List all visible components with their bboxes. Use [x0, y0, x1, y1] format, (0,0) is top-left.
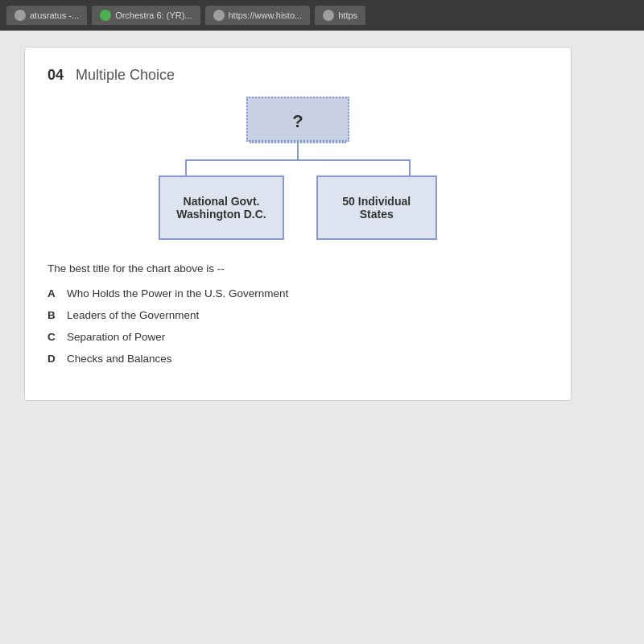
- top-box-wrapper: ?: [250, 100, 346, 143]
- answer-text-d: Checks and Balances: [67, 353, 172, 365]
- org-chart: ? National Govt.Washington D.C. 50 Indiv…: [47, 100, 548, 240]
- left-box: National Govt.Washington D.C.: [159, 175, 283, 240]
- tab-2-label: Orchestra 6: (YR)...: [115, 10, 192, 20]
- tab-3-label: https://www.histo...: [229, 10, 303, 20]
- chart-connector: [47, 143, 548, 175]
- answer-letter-c: C: [47, 331, 60, 343]
- answer-text-c: Separation of Power: [67, 331, 165, 343]
- tab-3-icon: [213, 10, 225, 21]
- tab-4-label: https: [338, 10, 357, 20]
- content-area: 04 Multiple Choice ?: [0, 31, 644, 644]
- answer-letter-d: D: [47, 353, 60, 365]
- answer-text-a: Who Holds the Power in the U.S. Governme…: [67, 287, 288, 299]
- tab-4[interactable]: https: [315, 6, 365, 25]
- top-box-label: ?: [292, 111, 303, 131]
- question-header: 04 Multiple Choice: [47, 67, 548, 84]
- tab-1[interactable]: atusratus -...: [6, 6, 87, 25]
- answer-choice-d[interactable]: D Checks and Balances: [47, 353, 548, 365]
- answer-text-b: Leaders of the Government: [67, 309, 199, 321]
- horizontal-line: [185, 159, 411, 161]
- question-prompt: The best title for the chart above is --: [47, 262, 548, 275]
- branch-lines: [185, 161, 411, 175]
- tab-2[interactable]: Orchestra 6: (YR)...: [92, 6, 200, 25]
- question-type: Multiple Choice: [76, 67, 175, 83]
- answer-choice-b[interactable]: B Leaders of the Government: [47, 309, 548, 321]
- question-card: 04 Multiple Choice ?: [24, 47, 572, 401]
- tab-1-label: atusratus -...: [30, 10, 79, 20]
- tab-4-icon: [323, 10, 334, 21]
- right-box-label: 50 IndividualStates: [342, 195, 411, 221]
- answer-letter-b: B: [47, 309, 60, 321]
- answer-letter-a: A: [47, 287, 60, 299]
- answer-choice-a[interactable]: A Who Holds the Power in the U.S. Govern…: [47, 287, 548, 299]
- browser-bar: atusratus -... Orchestra 6: (YR)... http…: [0, 0, 644, 31]
- question-number: 04: [47, 67, 64, 83]
- vertical-line: [297, 143, 299, 159]
- top-box: ?: [250, 100, 346, 143]
- right-box: 50 IndividualStates: [316, 175, 437, 240]
- bottom-boxes: National Govt.Washington D.C. 50 Individ…: [159, 175, 436, 240]
- left-box-label: National Govt.Washington D.C.: [176, 195, 266, 221]
- answer-choice-c[interactable]: C Separation of Power: [47, 331, 548, 343]
- tab-2-icon: [100, 10, 111, 21]
- tab-1-icon: [14, 10, 26, 21]
- tab-3[interactable]: https://www.histo...: [205, 6, 311, 25]
- branch-line-right: [409, 161, 411, 175]
- branch-line-left: [185, 161, 187, 175]
